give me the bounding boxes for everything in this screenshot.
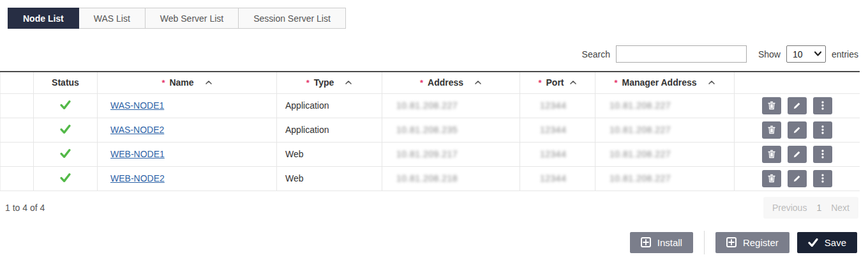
register-button[interactable]: Register — [715, 232, 789, 253]
required-marker: * — [614, 78, 617, 88]
header-port[interactable]: * Port — [520, 72, 595, 93]
port-cell: 12344 — [520, 118, 595, 142]
table-row: WAS-NODE2 Application 10.81.208.235 1234… — [1, 118, 860, 142]
page-size-select-wrap: 10 — [786, 45, 826, 63]
status-cell — [34, 118, 98, 142]
row-actions-cell — [735, 142, 860, 166]
row-select-cell[interactable] — [1, 142, 34, 166]
header-address[interactable]: * Address — [382, 72, 520, 93]
edit-button[interactable] — [788, 170, 807, 187]
tab-web-server-list[interactable]: Web Server List — [145, 8, 239, 29]
header-address-label: Address — [428, 77, 463, 88]
address-cell: 10.81.208.227 — [382, 93, 520, 118]
delete-button[interactable] — [762, 121, 781, 139]
more-actions-button[interactable] — [813, 97, 832, 114]
pencil-icon — [792, 125, 802, 135]
table-row: WAS-NODE1 Application 10.81.208.227 1234… — [1, 93, 860, 118]
install-button[interactable]: Install — [630, 232, 693, 253]
sort-up-icon[interactable] — [708, 80, 715, 85]
row-select-cell[interactable] — [1, 118, 34, 142]
trash-icon — [767, 100, 777, 111]
pagination-page-1[interactable]: 1 — [816, 203, 821, 213]
port-value-redacted: 12344 — [540, 149, 566, 159]
port-cell: 12344 — [520, 93, 595, 118]
table-header-row: Status * Name * Type * Address — [1, 72, 860, 93]
pencil-icon — [792, 174, 802, 183]
sort-up-icon[interactable] — [345, 80, 352, 85]
header-type[interactable]: * Type — [277, 72, 382, 93]
header-select-column — [1, 72, 34, 93]
port-cell: 12344 — [520, 166, 595, 190]
address-value-redacted: 10.81.209.217 — [396, 149, 458, 159]
address-cell: 10.81.208.218 — [382, 166, 520, 190]
kebab-menu-icon — [818, 149, 828, 159]
more-actions-button[interactable] — [813, 121, 832, 139]
port-cell: 12344 — [520, 142, 595, 166]
node-name-link[interactable]: WEB-NODE2 — [110, 173, 165, 183]
required-marker: * — [306, 78, 310, 88]
entries-info: 1 to 4 of 4 — [5, 203, 45, 213]
node-name-link[interactable]: WAS-NODE1 — [110, 100, 164, 111]
manager-address-cell: 10.81.208.227 — [595, 166, 735, 190]
delete-button[interactable] — [762, 146, 781, 163]
row-actions-cell — [735, 166, 860, 190]
more-actions-button[interactable] — [813, 170, 832, 187]
save-check-icon — [808, 238, 818, 247]
page-size-select[interactable]: 10 — [786, 45, 826, 63]
required-marker: * — [161, 78, 165, 88]
sort-up-icon[interactable] — [205, 80, 213, 85]
kebab-menu-icon — [818, 125, 828, 135]
search-input[interactable] — [616, 45, 747, 63]
edit-button[interactable] — [788, 121, 807, 139]
row-actions-cell — [735, 93, 860, 118]
tab-was-list[interactable]: WAS List — [79, 8, 146, 29]
header-name[interactable]: * Name — [98, 72, 277, 93]
manager-address-value-redacted: 10.81.208.227 — [610, 125, 671, 135]
sort-up-icon[interactable] — [569, 80, 577, 85]
plus-icon — [726, 237, 737, 247]
type-cell: Application — [277, 93, 382, 118]
pencil-icon — [792, 150, 802, 159]
name-cell: WEB-NODE2 — [98, 166, 277, 190]
node-name-link[interactable]: WEB-NODE1 — [110, 149, 165, 159]
more-actions-button[interactable] — [813, 146, 832, 163]
address-value-redacted: 10.81.208.235 — [396, 125, 458, 135]
pencil-icon — [792, 101, 802, 111]
header-manager-address[interactable]: * Manager Address — [595, 72, 735, 93]
pagination-next[interactable]: Next — [831, 203, 849, 213]
port-value-redacted: 12344 — [540, 100, 566, 111]
tab-node-list[interactable]: Node List — [8, 8, 79, 29]
tab-bar: Node List WAS List Web Server List Sessi… — [8, 8, 868, 29]
header-name-label: Name — [169, 77, 193, 88]
status-cell — [34, 93, 98, 118]
install-button-label: Install — [657, 237, 682, 248]
delete-button[interactable] — [762, 170, 781, 187]
address-value-redacted: 10.81.208.227 — [396, 100, 458, 111]
tab-session-server-list[interactable]: Session Server List — [238, 8, 346, 29]
table-body: WAS-NODE1 Application 10.81.208.227 1234… — [1, 93, 860, 190]
manager-address-cell: 10.81.208.227 — [595, 93, 735, 118]
row-select-cell[interactable] — [1, 93, 34, 118]
row-select-cell[interactable] — [1, 166, 34, 190]
register-button-label: Register — [743, 237, 779, 248]
type-value: Application — [285, 100, 329, 111]
type-cell: Web — [277, 142, 382, 166]
show-label: Show — [758, 49, 781, 59]
node-name-link[interactable]: WAS-NODE2 — [110, 125, 164, 135]
sort-up-icon[interactable] — [474, 80, 482, 85]
address-value-redacted: 10.81.208.218 — [396, 173, 458, 183]
edit-button[interactable] — [788, 146, 807, 163]
pagination-previous[interactable]: Previous — [772, 203, 807, 213]
address-cell: 10.81.208.235 — [382, 118, 520, 142]
type-value: Web — [285, 173, 304, 183]
address-cell: 10.81.209.217 — [382, 142, 520, 166]
port-value-redacted: 12344 — [540, 125, 566, 135]
delete-button[interactable] — [762, 97, 781, 114]
row-actions-cell — [735, 118, 860, 142]
save-button[interactable]: Save — [797, 232, 857, 253]
edit-button[interactable] — [788, 97, 807, 114]
save-button-label: Save — [825, 237, 846, 248]
plus-icon — [641, 237, 651, 247]
search-label: Search — [582, 49, 610, 59]
header-status-label: Status — [52, 77, 79, 88]
